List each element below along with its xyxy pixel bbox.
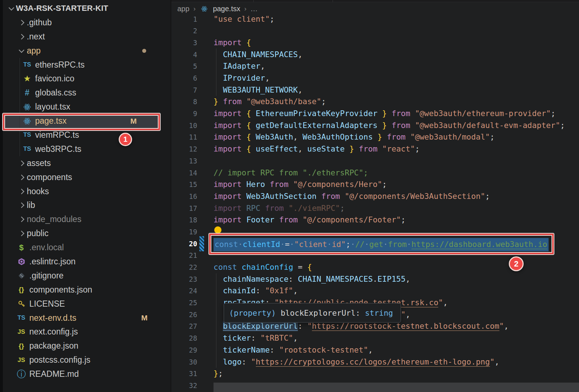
tree-item-label: W3A-RSK-STARTER-KIT <box>16 4 108 13</box>
annotation-box-page-tsx <box>3 114 160 130</box>
code-line-23[interactable]: 23 chainNamespace: CHAIN_NAMESPACES.EIP1… <box>171 273 579 285</box>
code-line-18[interactable]: 18import Footer from "@/components/Foote… <box>171 214 579 226</box>
line-number[interactable]: 11 <box>171 131 197 143</box>
tree-item-label: lib <box>27 200 35 210</box>
line-number[interactable]: 16 <box>171 191 197 203</box>
line-number[interactable]: 29 <box>171 344 197 356</box>
line-number[interactable]: 21 <box>171 250 197 261</box>
line-number[interactable]: 17 <box>171 203 197 214</box>
breadcrumb-file[interactable]: page.tsx <box>213 5 240 13</box>
line-number[interactable]: 13 <box>171 155 197 167</box>
line-number[interactable]: 5 <box>171 60 197 72</box>
line-number[interactable]: 1 <box>171 13 197 25</box>
line-number[interactable]: 27 <box>171 320 197 332</box>
modified-line-gutter-indicator[interactable] <box>199 236 204 251</box>
code-line-2[interactable]: 2 <box>171 25 579 37</box>
tree-item-label: .github <box>27 18 52 27</box>
code-line-11[interactable]: 11import { Web3Auth, Web3AuthOptions } f… <box>171 131 579 143</box>
tree-item-public[interactable]: public <box>3 226 171 240</box>
code-line-16[interactable]: 16import Web3AuthSection from "@/compone… <box>171 191 579 203</box>
tree-item-app[interactable]: app <box>3 44 171 58</box>
line-number[interactable]: 31 <box>171 368 197 380</box>
code-line-17[interactable]: 17import RPC from "./viemRPC"; <box>171 203 579 214</box>
code-line-31[interactable]: 31}; <box>171 368 579 380</box>
line-number[interactable]: 15 <box>171 179 197 191</box>
code-line-5[interactable]: 5 IAdapter, <box>171 60 579 72</box>
line-number[interactable]: 20 <box>171 238 197 250</box>
breadcrumb-folder[interactable]: app <box>177 5 189 13</box>
tree-item-layout-tsx[interactable]: layout.tsx <box>3 100 171 114</box>
tree-item--gitignore[interactable]: .gitignore <box>3 269 171 283</box>
code-line-6[interactable]: 6 IProvider, <box>171 72 579 84</box>
tree-item--env-local[interactable]: $.env.local <box>3 240 171 255</box>
license-key-icon <box>17 300 26 308</box>
code-line-28[interactable]: 28 ticker: "tRBTC", <box>171 332 579 344</box>
code-line-30[interactable]: 30 logo: "https://cryptologos.cc/logos/e… <box>171 356 579 368</box>
line-number[interactable]: 3 <box>171 37 197 49</box>
tree-item--next[interactable]: .next <box>3 30 171 44</box>
code-line-4[interactable]: 4 CHAIN_NAMESPACES, <box>171 49 579 61</box>
tree-item-readme-md[interactable]: ⓘREADME.md <box>3 367 171 381</box>
line-number[interactable]: 23 <box>171 273 197 285</box>
code-line-1[interactable]: 1"use client"; <box>171 13 579 25</box>
line-number[interactable]: 28 <box>171 332 197 344</box>
tree-item-w3a-rsk-starter-kit[interactable]: W3A-RSK-STARTER-KIT <box>3 1 171 16</box>
line-number[interactable]: 7 <box>171 84 197 96</box>
code-line-15[interactable]: 15import Hero from "@/components/Hero"; <box>171 179 579 191</box>
tooltip-property-name: blockExplorerUrl: <box>276 308 360 318</box>
code-line-3[interactable]: 3import { <box>171 37 579 49</box>
tree-item-next-env-d-ts[interactable]: TSnext-env.d.tsM <box>3 311 171 325</box>
tree-item-postcss-config-js[interactable]: JSpostcss.config.js <box>3 353 171 367</box>
line-number[interactable]: 32 <box>171 380 197 392</box>
line-number[interactable]: 22 <box>171 261 197 273</box>
line-number[interactable]: 12 <box>171 143 197 155</box>
line-number[interactable]: 10 <box>171 120 197 132</box>
code-line-14[interactable]: 14// import RPC from "./ethersRPC"; <box>171 167 579 179</box>
tree-item-assets[interactable]: assets <box>3 156 171 170</box>
tree-item-label: .gitignore <box>29 271 64 281</box>
typescript-icon: TS <box>23 145 31 153</box>
line-number[interactable]: 2 <box>171 25 197 37</box>
code-line-7[interactable]: 7 WEB3AUTH_NETWORK, <box>171 84 579 96</box>
tree-item-favicon-ico[interactable]: ★favicon.ico <box>3 72 171 86</box>
json-braces-icon: {} <box>19 286 24 294</box>
git-modified-dot-badge <box>142 49 146 53</box>
tree-item-web3rpc-ts[interactable]: TSweb3RPC.ts <box>3 142 171 156</box>
tree-item--eslintrc-json[interactable]: .eslintrc.json <box>3 255 171 269</box>
horizontal-scrollbar[interactable] <box>214 383 579 392</box>
tree-item-lib[interactable]: lib <box>3 198 171 212</box>
line-content: chainId: "0x1f", <box>197 285 298 297</box>
code-line-9[interactable]: 9import { EthereumPrivateKeyProvider } f… <box>171 108 579 120</box>
tree-item-components[interactable]: components <box>3 170 171 184</box>
tree-item-hooks[interactable]: hooks <box>3 184 171 199</box>
tree-item-node-modules[interactable]: node_modules <box>3 212 171 226</box>
line-number[interactable]: 19 <box>171 226 197 238</box>
line-number[interactable]: 25 <box>171 297 197 309</box>
line-number[interactable]: 14 <box>171 167 197 179</box>
line-number[interactable]: 30 <box>171 356 197 368</box>
code-line-24[interactable]: 24 chainId: "0x1f", <box>171 285 579 297</box>
code-line-10[interactable]: 10import { getDefaultExternalAdapters } … <box>171 120 579 132</box>
line-number[interactable]: 24 <box>171 285 197 297</box>
tree-item-package-json[interactable]: {}package.json <box>3 339 171 353</box>
tab-bar[interactable] <box>171 0 579 2</box>
tree-item--github[interactable]: .github <box>3 16 171 30</box>
line-number[interactable]: 8 <box>171 96 197 108</box>
tree-item-next-config-js[interactable]: JSnext.config.js <box>3 325 171 339</box>
code-line-12[interactable]: 12import { useEffect, useState } from "r… <box>171 143 579 155</box>
tree-item-globals-css[interactable]: #globals.css <box>3 86 171 100</box>
breadcrumb-symbol-more[interactable]: … <box>250 5 258 13</box>
tree-item-ethersrpc-ts[interactable]: TSethersRPC.ts <box>3 58 171 72</box>
lightbulb-icon[interactable] <box>214 226 221 234</box>
tree-item-components-json[interactable]: {}components.json <box>3 283 171 297</box>
typescript-icon: TS <box>23 131 31 139</box>
line-number[interactable]: 26 <box>171 309 197 321</box>
line-number[interactable]: 9 <box>171 108 197 120</box>
tree-item-license[interactable]: LICENSE <box>3 297 171 311</box>
code-line-13[interactable]: 13 <box>171 155 579 167</box>
line-number[interactable]: 6 <box>171 72 197 84</box>
line-number[interactable]: 4 <box>171 49 197 61</box>
line-number[interactable]: 18 <box>171 214 197 226</box>
code-line-8[interactable]: 8} from "@web3auth/base"; <box>171 96 579 108</box>
code-line-29[interactable]: 29 tickerName: "rootstock-testnet", <box>171 344 579 356</box>
